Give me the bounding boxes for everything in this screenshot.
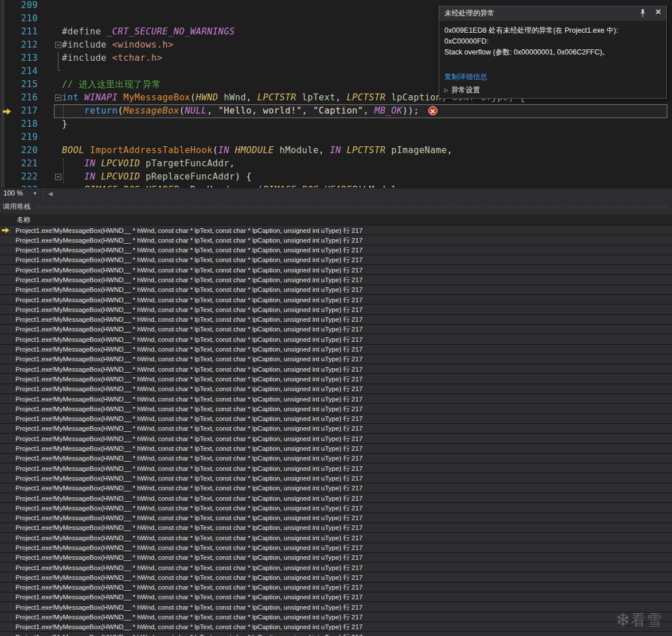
code-text: IN LPCVOID pTargetFuncAddr, bbox=[62, 157, 235, 170]
stack-frame-row[interactable]: Project1.exe!MyMessageBox(HWND__ * hWnd,… bbox=[0, 334, 672, 344]
exception-message-line1: 0x009E1ED8 处有未经处理的异常(在 Project1.exe 中): … bbox=[444, 25, 663, 47]
line-number: 214 bbox=[13, 65, 38, 78]
stack-frame-row[interactable]: Project1.exe!MyMessageBox(HWND__ * hWnd,… bbox=[0, 255, 672, 265]
stack-frame-row[interactable]: Project1.exe!MyMessageBox(HWND__ * hWnd,… bbox=[0, 374, 672, 384]
stack-frame-row[interactable]: Project1.exe!MyMessageBox(HWND__ * hWnd,… bbox=[0, 612, 672, 622]
pin-icon[interactable] bbox=[639, 9, 647, 18]
close-icon[interactable]: × bbox=[655, 6, 661, 18]
stack-frame-row[interactable]: Project1.exe!MyMessageBox(HWND__ * hWnd,… bbox=[0, 424, 672, 434]
stack-frame-row[interactable]: Project1.exe!MyMessageBox(HWND__ * hWnd,… bbox=[0, 553, 672, 563]
stack-frame-row[interactable]: Project1.exe!MyMessageBox(HWND__ * hWnd,… bbox=[0, 245, 672, 255]
line-number: 223 bbox=[13, 184, 38, 188]
token-param: pTargetFuncAddr bbox=[140, 158, 229, 169]
token-pun: ( bbox=[190, 92, 196, 103]
stack-frame-row[interactable]: Project1.exe!MyMessageBox(HWND__ * hWnd,… bbox=[0, 493, 672, 503]
stack-frame-row[interactable]: Project1.exe!MyMessageBox(HWND__ * hWnd,… bbox=[0, 364, 672, 374]
stack-frame-row[interactable]: Project1.exe!MyMessageBox(HWND__ * hWnd,… bbox=[0, 513, 672, 523]
stack-frame-row[interactable]: Project1.exe!MyMessageBox(HWND__ * hWnd,… bbox=[0, 503, 672, 513]
code-line-218[interactable]: 218} bbox=[0, 118, 672, 131]
line-number: 215 bbox=[13, 78, 38, 91]
token-fn: MyMessageBox bbox=[123, 92, 190, 103]
token-macro: IN bbox=[218, 145, 235, 155]
token-kw: int bbox=[62, 92, 84, 103]
watermark-text: 看雪 bbox=[631, 611, 663, 629]
stack-frame-row[interactable]: Project1.exe!MyMessageBox(HWND__ * hWnd,… bbox=[0, 354, 672, 364]
stack-frame-row[interactable]: Project1.exe!MyMessageBox(HWND__ * hWnd,… bbox=[0, 285, 672, 295]
stack-frame-row[interactable]: Project1.exe!MyMessageBox(HWND__ * hWnd,… bbox=[0, 345, 672, 354]
stack-frame-row[interactable]: Project1.exe!MyMessageBox(HWND__ * hWnd,… bbox=[0, 394, 672, 404]
stack-frame-row[interactable]: Project1.exe!MyMessageBox(HWND__ * hWnd,… bbox=[0, 572, 672, 582]
call-stack-column-header[interactable]: 名称 bbox=[0, 214, 672, 225]
fold-collapse-icon[interactable] bbox=[55, 174, 61, 180]
exception-popup-titlebar[interactable]: 未经处理的异常 × bbox=[439, 6, 666, 21]
exception-settings-label: 异常设置 bbox=[451, 86, 480, 94]
token-type: LPCVOID bbox=[101, 158, 140, 169]
code-text: IN LPCVOID pReplaceFuncAddr) { bbox=[62, 170, 252, 184]
token-comment: // 进入这里出现了异常 bbox=[62, 79, 161, 89]
stack-frame-row[interactable]: Project1.exe!MyMessageBox(HWND__ * hWnd,… bbox=[0, 592, 672, 602]
stack-frame-row[interactable]: Project1.exe!MyMessageBox(HWND__ * hWnd,… bbox=[0, 602, 672, 612]
stack-frame-row[interactable]: Project1.exe!MyMessageBox(HWND__ * hWnd,… bbox=[0, 305, 672, 314]
code-line-222[interactable]: 222 IN LPCVOID pReplaceFuncAddr) { bbox=[0, 170, 672, 184]
stack-frame-row[interactable]: Project1.exe!MyMessageBox(HWND__ * hWnd,… bbox=[0, 275, 672, 284]
stack-frame-row[interactable]: Project1.exe!MyMessageBox(HWND__ * hWnd,… bbox=[0, 235, 672, 245]
stack-frame-row[interactable]: Project1.exe!MyMessageBox(HWND__ * hWnd,… bbox=[0, 632, 672, 636]
stack-frame-row[interactable]: Project1.exe!MyMessageBox(HWND__ * hWnd,… bbox=[0, 265, 672, 275]
stack-frame-row[interactable]: Project1.exe!MyMessageBox(HWND__ * hWnd,… bbox=[0, 622, 672, 632]
stack-frame-text: Project1.exe!MyMessageBox(HWND__ * hWnd,… bbox=[15, 465, 362, 473]
stack-frame-row[interactable]: Project1.exe!MyMessageBox(HWND__ * hWnd,… bbox=[0, 533, 672, 543]
stack-frame-text: Project1.exe!MyMessageBox(HWND__ * hWnd,… bbox=[15, 564, 362, 572]
stack-frame-row[interactable]: Project1.exe!MyMessageBox(HWND__ * hWnd,… bbox=[0, 463, 672, 473]
exception-settings-expander[interactable]: ▷异常设置 bbox=[444, 85, 480, 95]
stack-frame-row[interactable]: Project1.exe!MyMessageBox(HWND__ * hWnd,… bbox=[0, 563, 672, 572]
stack-frame-row[interactable]: Project1.exe!MyMessageBox(HWND__ * hWnd,… bbox=[0, 483, 672, 493]
stack-frame-text: Project1.exe!MyMessageBox(HWND__ * hWnd,… bbox=[15, 405, 362, 413]
stack-frame-gutter bbox=[0, 364, 11, 373]
stack-frame-row[interactable]: Project1.exe!MyMessageBox(HWND__ * hWnd,… bbox=[0, 225, 672, 235]
stack-frame-row[interactable]: Project1.exe!MyMessageBox(HWND__ * hWnd,… bbox=[0, 414, 672, 424]
token-pp: #include bbox=[62, 53, 112, 63]
copy-details-link[interactable]: 复制详细信息 bbox=[444, 72, 487, 82]
scroll-left-arrow-icon[interactable]: ◀ bbox=[48, 189, 53, 198]
stack-frame-row[interactable]: Project1.exe!MyMessageBox(HWND__ * hWnd,… bbox=[0, 454, 672, 463]
stack-frame-gutter bbox=[0, 632, 11, 636]
code-line-217[interactable]: 217 return(MessageBox(NULL, "Hello, worl… bbox=[0, 104, 672, 118]
stack-frame-gutter bbox=[0, 414, 11, 423]
code-line-223[interactable]: 223 PIMAGE_DOS_HEADER pDosHeader = (PIMA… bbox=[0, 184, 672, 188]
stack-frame-row[interactable]: Project1.exe!MyMessageBox(HWND__ * hWnd,… bbox=[0, 444, 672, 454]
zoom-level-value: 100 % bbox=[3, 189, 23, 197]
chevron-down-icon: ▼ bbox=[33, 189, 37, 198]
token-macro: NULL bbox=[185, 106, 207, 116]
stack-frame-row[interactable]: Project1.exe!MyMessageBox(HWND__ * hWnd,… bbox=[0, 404, 672, 413]
stack-frame-gutter bbox=[0, 245, 11, 255]
code-text: #include <tchar.h> bbox=[62, 52, 162, 65]
token-type: LPCTSTR bbox=[346, 92, 385, 103]
stack-frame-row[interactable]: Project1.exe!MyMessageBox(HWND__ * hWnd,… bbox=[0, 295, 672, 305]
code-line-221[interactable]: 221 IN LPCVOID pTargetFuncAddr, bbox=[0, 157, 672, 170]
token-param: lpCaption bbox=[386, 92, 442, 103]
token-type: LPCVOID bbox=[101, 171, 140, 182]
fold-collapse-icon[interactable] bbox=[55, 95, 61, 101]
stack-frame-row[interactable]: Project1.exe!MyMessageBox(HWND__ * hWnd,… bbox=[0, 325, 672, 334]
token-pun: , bbox=[319, 145, 330, 155]
zoom-level-dropdown[interactable]: 100 % ▼ bbox=[0, 188, 44, 199]
error-icon[interactable] bbox=[428, 106, 437, 115]
stack-frame-row[interactable]: Project1.exe!MyMessageBox(HWND__ * hWnd,… bbox=[0, 315, 672, 325]
fold-collapse-icon[interactable] bbox=[55, 42, 61, 48]
call-stack-titlebar[interactable]: 调用堆栈 bbox=[0, 198, 672, 214]
stack-frame-row[interactable]: Project1.exe!MyMessageBox(HWND__ * hWnd,… bbox=[0, 543, 672, 553]
stack-frame-row[interactable]: Project1.exe!MyMessageBox(HWND__ * hWnd,… bbox=[0, 384, 672, 394]
code-text: } bbox=[62, 118, 68, 131]
stack-frame-row[interactable]: Project1.exe!MyMessageBox(HWND__ * hWnd,… bbox=[0, 434, 672, 443]
code-line-220[interactable]: 220BOOL ImportAddressTableHook(IN HMODUL… bbox=[0, 144, 672, 157]
token-macro: MB_OK bbox=[374, 106, 403, 116]
token-pun: , bbox=[246, 92, 257, 103]
stack-frame-text: Project1.exe!MyMessageBox(HWND__ * hWnd,… bbox=[15, 335, 362, 344]
token-param: hWnd bbox=[218, 92, 247, 103]
stack-frame-gutter bbox=[0, 572, 11, 582]
stack-frame-row[interactable]: Project1.exe!MyMessageBox(HWND__ * hWnd,… bbox=[0, 523, 672, 533]
stack-frame-row[interactable]: Project1.exe!MyMessageBox(HWND__ * hWnd,… bbox=[0, 473, 672, 483]
titlebar-grip-dots bbox=[36, 205, 669, 209]
code-line-219[interactable]: 219 bbox=[0, 131, 672, 144]
stack-frame-row[interactable]: Project1.exe!MyMessageBox(HWND__ * hWnd,… bbox=[0, 583, 672, 592]
